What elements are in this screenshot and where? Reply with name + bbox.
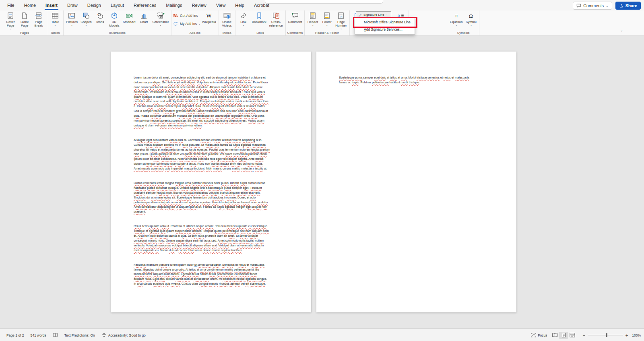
tab-help[interactable]: Help bbox=[230, 0, 249, 10]
print-layout-button[interactable] bbox=[559, 332, 568, 339]
paragraph: Scelerisque purus semper eget duis at te… bbox=[339, 75, 494, 85]
ribbon-button-chart[interactable]: Chart bbox=[137, 11, 151, 24]
blank-page-icon bbox=[21, 12, 29, 20]
ribbon-button-bookmark[interactable]: Bookmark bbox=[251, 11, 268, 24]
page-number-icon: # bbox=[337, 12, 345, 20]
ribbon-button-page-number[interactable]: #Page Number⌄ bbox=[334, 11, 348, 30]
focus-icon bbox=[531, 333, 536, 338]
button-label: Blank Page bbox=[21, 20, 29, 27]
menu-item-add-signature-services[interactable]: Add Signature Services... bbox=[355, 26, 415, 33]
ribbon-button-wikipedia[interactable]: WWikipedia bbox=[201, 11, 217, 24]
button-label: Pictures bbox=[66, 20, 78, 24]
tab-review[interactable]: Review bbox=[187, 0, 211, 10]
button-label: Header bbox=[308, 20, 318, 24]
link-icon bbox=[239, 12, 248, 20]
zoom-level[interactable]: 100% bbox=[632, 333, 641, 337]
menu-item-office-signature-line[interactable]: Microsoft Office Signature Line... bbox=[355, 19, 415, 26]
button-label: Get Add-ins bbox=[180, 14, 198, 18]
zoom-track[interactable] bbox=[588, 335, 623, 335]
button-label: Symbol bbox=[466, 20, 477, 24]
paragraph: Luctus venenatis lectus magna fringilla … bbox=[134, 181, 289, 214]
group-label: Illustrations bbox=[65, 31, 170, 35]
ribbon-button-symbol[interactable]: ΩSymbol⌄ bbox=[464, 11, 478, 26]
page-indicator[interactable]: Page 1 of 2 bbox=[3, 333, 27, 337]
ribbon-group-comments: CommentComments bbox=[286, 10, 305, 35]
word-count[interactable]: 541 words bbox=[27, 333, 49, 337]
text-line: praesent semper feugiat nibh. Blandit vo… bbox=[134, 190, 289, 195]
button-label: Link bbox=[240, 20, 246, 24]
tab-design[interactable]: Design bbox=[83, 0, 106, 10]
share-button[interactable]: Share bbox=[615, 2, 641, 10]
button-label: Cross- reference bbox=[269, 20, 283, 27]
chevron-down-icon: ⌄ bbox=[386, 14, 388, 16]
text-line: Cursus metus aliquam eleifend mi in null… bbox=[134, 143, 289, 147]
ribbon-button-header[interactable]: Header⌄ bbox=[306, 11, 320, 26]
document-page-1[interactable]: Lorem ipsum dolor sit amet, consectetur … bbox=[111, 52, 311, 312]
text-line: Tincidunt dui ut ornare lectus sit. Scel… bbox=[134, 195, 289, 200]
comments-label: Comments bbox=[583, 3, 604, 8]
accessibility-status[interactable]: Accessibility: Good to go bbox=[98, 333, 149, 338]
page-break-icon bbox=[35, 12, 43, 20]
ribbon-button-icons-duck[interactable]: Icons bbox=[93, 11, 107, 24]
tab-insert[interactable]: Insert bbox=[41, 0, 62, 10]
search-box-remnant bbox=[265, 0, 383, 4]
ribbon-button-footer[interactable]: Footer⌄ bbox=[320, 11, 334, 26]
read-mode-button[interactable] bbox=[550, 332, 559, 339]
document-page-2[interactable]: Scelerisque purus semper eget duis at te… bbox=[316, 52, 516, 312]
button-label: 3D Models bbox=[109, 20, 120, 27]
group-label: Comments bbox=[287, 31, 303, 35]
ribbon-button-screenshot[interactable]: Screenshot⌄ bbox=[151, 11, 169, 26]
ribbon-button-blank-page[interactable]: Blank Page bbox=[18, 11, 31, 27]
text-predictions[interactable]: Text Predictions: On bbox=[61, 333, 98, 337]
tab-file[interactable]: File bbox=[2, 0, 19, 10]
zoom-out-icon[interactable]: − bbox=[582, 333, 585, 338]
ribbon-button-cover-page[interactable]: Cover Page⌄ bbox=[4, 11, 17, 30]
ribbon-button-equation[interactable]: πEquation⌄ bbox=[449, 11, 464, 26]
comments-button[interactable]: Comments ⌄ bbox=[573, 2, 612, 10]
proofing-status[interactable] bbox=[50, 333, 61, 338]
text-line: Luctus venenatis lectus magna fringilla … bbox=[134, 181, 289, 186]
text-line: pharetra. Et netus et malesuada fames ac… bbox=[134, 147, 289, 152]
focus-mode-button[interactable]: Focus bbox=[528, 333, 550, 338]
tab-draw[interactable]: Draw bbox=[62, 0, 83, 10]
ribbon-button-pictures[interactable]: Pictures⌄ bbox=[65, 11, 79, 26]
comments-icon bbox=[576, 3, 581, 8]
tab-view[interactable]: View bbox=[211, 0, 231, 10]
button-label: Comment bbox=[288, 20, 302, 24]
menu-bar: FileHomeInsertDrawDesignLayoutReferences… bbox=[0, 0, 644, 10]
ribbon-button-comment[interactable]: Comment bbox=[287, 11, 303, 24]
ribbon-button-table[interactable]: Table⌄ bbox=[48, 11, 62, 26]
ribbon-button-get-addins[interactable]: Get Add-ins bbox=[173, 13, 200, 19]
ribbon-button-cross-reference[interactable]: Cross- reference bbox=[268, 11, 284, 27]
ribbon-button-smartart[interactable]: SmartArt bbox=[122, 11, 137, 24]
ribbon-button-page-break[interactable]: Page Break bbox=[32, 11, 45, 27]
ribbon-button-3d-models[interactable]: 3D Models⌄ bbox=[107, 11, 121, 30]
text-line: non pulvinar neque laoreet suspendisse. … bbox=[134, 118, 289, 123]
wikipedia-icon: W bbox=[205, 12, 213, 20]
collapse-ribbon-icon[interactable]: ⌄ bbox=[620, 28, 623, 339]
group-label: Tables bbox=[48, 31, 62, 35]
text-line: Ipsum dolor sit amet consectetur. Nibh v… bbox=[134, 157, 289, 161]
ribbon-button-my-addins[interactable]: My Add-ins⌄ bbox=[173, 21, 200, 27]
ribbon-button-shapes[interactable]: Shapes⌄ bbox=[79, 11, 93, 26]
web-layout-button[interactable] bbox=[568, 332, 577, 339]
tab-home[interactable]: Home bbox=[19, 0, 41, 10]
button-label: Bookmark bbox=[252, 20, 266, 24]
ribbon-button-online-videos[interactable]: Online Videos bbox=[220, 11, 234, 27]
button-label: Screenshot bbox=[152, 20, 168, 24]
status-bar-right: Focus − + 100% bbox=[528, 332, 641, 339]
tab-mailings[interactable]: Mailings bbox=[161, 0, 187, 10]
text-line: Tristique et egestas quis ipsum suspendi… bbox=[134, 229, 289, 234]
chevron-down-icon: ⌄ bbox=[85, 24, 87, 26]
zoom-in-icon[interactable]: + bbox=[625, 333, 628, 338]
ribbon-group-add-ins: Get Add-insMy Add-ins⌄WWikipediaAdd-ins bbox=[171, 10, 219, 35]
top-right-actions: Comments ⌄ Share bbox=[573, 2, 641, 10]
print-layout-icon bbox=[561, 333, 566, 338]
tab-layout[interactable]: Layout bbox=[106, 0, 129, 10]
tab-references[interactable]: References bbox=[129, 0, 161, 10]
ribbon-button-link[interactable]: Link⌄ bbox=[237, 11, 250, 26]
button-label: Equation bbox=[450, 20, 463, 24]
zoom-thumb[interactable] bbox=[606, 333, 607, 337]
button-label: Chart bbox=[140, 20, 148, 24]
header-icon bbox=[309, 12, 317, 20]
